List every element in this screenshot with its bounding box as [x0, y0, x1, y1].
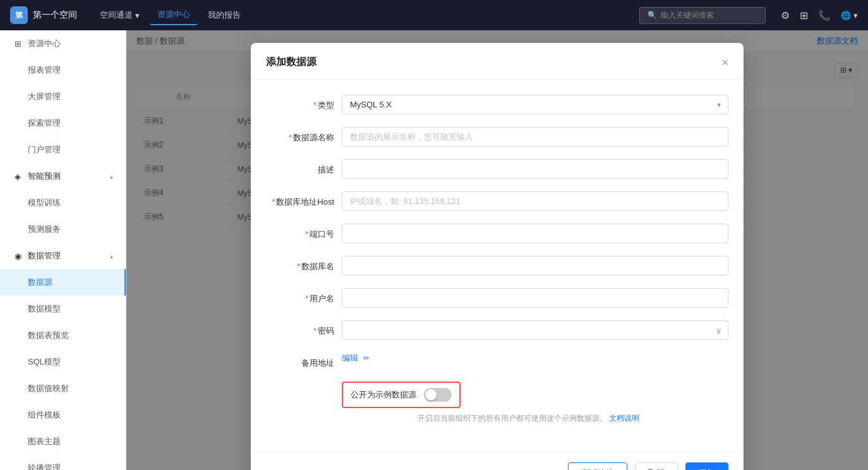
predict-icon: ◈ — [13, 171, 23, 181]
username-control — [342, 288, 728, 308]
form-row-backup: 备用地址 编辑 ✏ — [266, 352, 728, 369]
host-label: 数据库地址Host — [266, 191, 342, 208]
host-control — [342, 191, 728, 211]
add-button[interactable]: 添加 — [685, 462, 728, 470]
sidebar-item-model-train[interactable]: 模型训练 — [0, 190, 126, 216]
public-toggle[interactable] — [424, 388, 452, 402]
db-label: 数据库名 — [266, 256, 342, 272]
form-row-db: 数据库名 — [266, 256, 728, 275]
app-name: 第一个空间 — [33, 9, 77, 21]
name-input[interactable] — [342, 127, 728, 147]
form-row-name: 数据源名称 — [266, 127, 728, 147]
form-row-public: 公开为示例数据源 开启后当前组织下的所有用户都可使用这个示例数据源。 文档说明 — [266, 382, 728, 424]
type-label: 类型 — [266, 95, 342, 111]
password-label: 密码 — [266, 320, 342, 337]
layout-icon[interactable]: ⊞ — [800, 9, 808, 21]
sidebar-item-data-model[interactable]: 数据模型 — [0, 296, 126, 322]
doc-link[interactable]: 文档说明 — [609, 414, 639, 423]
desc-control — [342, 159, 728, 179]
sidebar-item-explore-mgmt[interactable]: 探索管理 — [0, 110, 126, 136]
cancel-button[interactable]: 取消 — [635, 462, 678, 470]
password-control: ∨ — [342, 320, 728, 340]
toggle-thumb — [425, 389, 437, 401]
top-nav-menu: 空间通道 ▾ 资源中心 我的报告 — [92, 5, 248, 25]
search-icon: 🔍 — [648, 11, 657, 20]
top-nav: 第 第一个空间 空间通道 ▾ 资源中心 我的报告 🔍 输入关键词搜索 ⚙ ⊞ 📞… — [0, 0, 868, 30]
sidebar-item-data-table-preview[interactable]: 数据表预览 — [0, 322, 126, 349]
logo-icon: 第 — [10, 6, 28, 24]
modal-title: 添加数据源 — [266, 56, 316, 69]
host-input[interactable] — [342, 191, 728, 211]
expand-predict-icon: ▴ — [110, 173, 113, 180]
public-toggle-highlight-box: 公开为示例数据源 — [342, 382, 461, 408]
top-nav-icons: ⚙ ⊞ 📞 🌐 ▾ — [781, 9, 858, 21]
form-row-desc: 描述 — [266, 159, 728, 179]
password-eye-icon[interactable]: ∨ — [716, 325, 722, 335]
grid-icon: ⊞ — [13, 39, 23, 49]
pencil-icon: ✏ — [363, 354, 370, 363]
sidebar-item-table-mgmt[interactable]: 报表管理 — [0, 57, 126, 83]
nav-item-my-report[interactable]: 我的报告 — [200, 6, 248, 25]
phone-icon[interactable]: 📞 — [818, 9, 831, 21]
sidebar-item-resource-center[interactable]: ⊞ 资源中心 — [0, 30, 126, 57]
sidebar-item-carousel-mgmt[interactable]: 轮播管理 — [0, 455, 126, 470]
desc-input[interactable] — [342, 159, 728, 179]
public-desc-text: 开启后当前组织下的所有用户都可使用这个示例数据源。 文档说明 — [418, 413, 728, 424]
db-control — [342, 256, 728, 275]
db-input[interactable] — [342, 256, 728, 275]
lang-selector[interactable]: 🌐 ▾ — [841, 11, 858, 20]
modal-header: 添加数据源 × — [251, 43, 744, 80]
sidebar-item-smart-predict[interactable]: ◈ 智能预测 ▴ — [0, 163, 126, 190]
desc-label: 描述 — [266, 159, 342, 176]
main-layout: ⊞ 资源中心 报表管理 大屏管理 探索管理 门户管理 ◈ 智能预测 ▴ 模型训练… — [0, 30, 868, 470]
public-toggle-label: 公开为示例数据源 — [351, 389, 416, 401]
chevron-down-icon: ▾ — [135, 11, 140, 20]
modal-footer: 测试连接 取消 添加 — [251, 452, 744, 470]
public-label — [266, 382, 342, 387]
settings-icon[interactable]: ⚙ — [781, 9, 790, 21]
type-control: MySQL 5.X MySQL 8.X PostgreSQL Oracle SQ… — [342, 95, 728, 114]
main-content: 数据 / 数据源 数据源文档 ⊞ ▾ 名称 类型 描述 创建时间 操作 — [126, 30, 868, 470]
name-control — [342, 127, 728, 147]
sidebar-item-sql-model[interactable]: SQL模型 — [0, 349, 126, 375]
sidebar-item-predict-service[interactable]: 预测服务 — [0, 216, 126, 243]
form-row-port: 端口号 — [266, 224, 728, 243]
sidebar-item-data-value-map[interactable]: 数据值映射 — [0, 375, 126, 402]
sidebar-item-data-source[interactable]: 数据源 — [0, 269, 126, 296]
backup-control: 编辑 ✏ — [342, 352, 728, 364]
sidebar-item-component-template[interactable]: 组件模板 — [0, 402, 126, 428]
password-input[interactable] — [342, 320, 728, 340]
sidebar-item-chart-theme[interactable]: 图表主题 — [0, 428, 126, 455]
nav-item-resource-center[interactable]: 资源中心 — [150, 5, 198, 25]
add-datasource-modal: 添加数据源 × 类型 MySQL 5.X MySQL 8.X — [251, 43, 744, 470]
modal-overlay: 添加数据源 × 类型 MySQL 5.X MySQL 8.X — [126, 30, 868, 470]
username-label: 用户名 — [266, 288, 342, 304]
port-control — [342, 224, 728, 243]
form-row-password: 密码 ∨ — [266, 320, 728, 340]
nav-item-space-tunnel[interactable]: 空间通道 ▾ — [92, 6, 147, 25]
form-row-username: 用户名 — [266, 288, 728, 308]
username-input[interactable] — [342, 288, 728, 308]
form-row-host: 数据库地址Host — [266, 191, 728, 211]
app-logo[interactable]: 第 第一个空间 — [10, 6, 77, 24]
port-label: 端口号 — [266, 224, 342, 240]
modal-close-button[interactable]: × — [721, 57, 728, 68]
form-row-type: 类型 MySQL 5.X MySQL 8.X PostgreSQL Oracle… — [266, 95, 728, 114]
type-select[interactable]: MySQL 5.X MySQL 8.X PostgreSQL Oracle SQ… — [342, 95, 728, 114]
port-input[interactable] — [342, 224, 728, 243]
name-label: 数据源名称 — [266, 127, 342, 143]
type-select-wrap: MySQL 5.X MySQL 8.X PostgreSQL Oracle SQ… — [342, 95, 728, 114]
test-connection-button[interactable]: 测试连接 — [568, 462, 627, 470]
password-wrap: ∨ — [342, 320, 728, 340]
sidebar-item-portal-mgmt[interactable]: 门户管理 — [0, 136, 126, 163]
data-icon: ◉ — [13, 251, 23, 261]
sidebar-item-data-mgmt[interactable]: ◉ 数据管理 ▴ — [0, 243, 126, 269]
backup-edit-button[interactable]: 编辑 — [342, 352, 358, 364]
backup-addr: 编辑 ✏ — [342, 352, 728, 364]
sidebar: ⊞ 资源中心 报表管理 大屏管理 探索管理 门户管理 ◈ 智能预测 ▴ 模型训练… — [0, 30, 126, 470]
search-bar[interactable]: 🔍 输入关键词搜索 — [639, 7, 766, 24]
modal-body: 类型 MySQL 5.X MySQL 8.X PostgreSQL Oracle… — [251, 80, 744, 452]
sidebar-item-screen-mgmt[interactable]: 大屏管理 — [0, 83, 126, 110]
public-control: 公开为示例数据源 开启后当前组织下的所有用户都可使用这个示例数据源。 文档说明 — [342, 382, 728, 424]
expand-data-icon: ▴ — [110, 253, 113, 260]
